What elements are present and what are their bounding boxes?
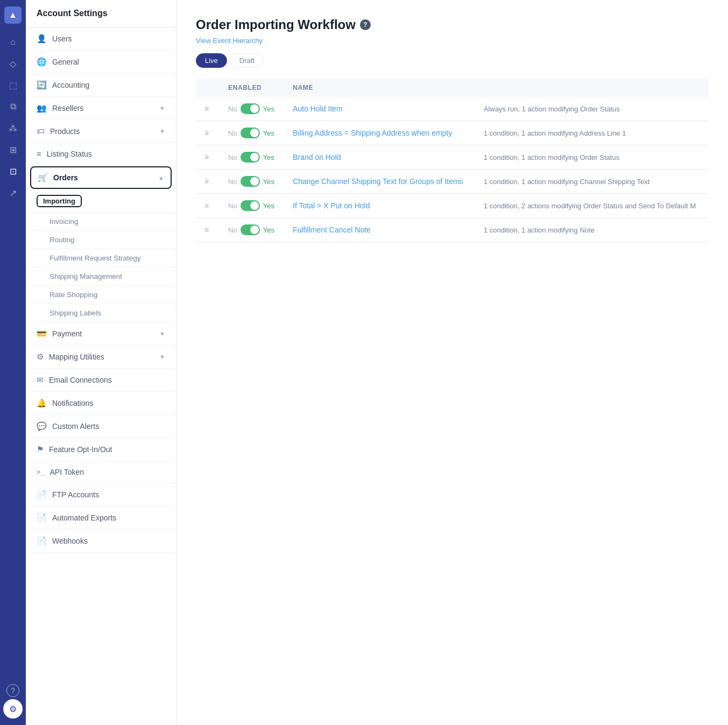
sidebar-sub-item-invoicing[interactable]: Invoicing [26,213,176,231]
sidebar-item-general[interactable]: 🌐 General [26,51,176,74]
workflow-name-link[interactable]: If Total > X Put on Hold [293,201,370,210]
description-cell-0: Always run, 1 action modifying Order Sta… [475,97,709,121]
sidebar-item-notifications[interactable]: 🔔 Notifications [26,392,176,415]
enabled-cell-3: No Yes [220,170,284,194]
toggle-switch[interactable] [241,200,260,211]
cart-icon[interactable]: ⊡ [3,161,23,181]
drag-handle-icon[interactable]: ≡ [204,129,209,137]
name-cell-2: Brand on Hold [284,145,475,170]
toggle-yes-label: Yes [263,105,274,113]
description-cell-5: 1 condition, 1 action modifying Note [475,218,709,242]
drag-handle-icon[interactable]: ≡ [204,177,209,186]
view-event-link[interactable]: View Event Hierarchy [196,37,709,45]
app-logo[interactable]: ▲ [4,6,22,24]
sidebar-item-webhooks[interactable]: 📄 Webhooks [26,530,176,553]
page-title-text: Order Importing Workflow [196,17,356,32]
name-cell-0: Auto Hold Item [284,97,475,121]
sidebar-label-notifications: Notifications [52,399,165,407]
mapping-sidebar-icon: ⚙ [37,352,44,362]
fulfillment-request-label: Fulfillment Request Strategy [50,254,141,262]
products-sidebar-icon: 🏷 [37,126,45,136]
sidebar-item-custom-alerts[interactable]: 💬 Custom Alerts [26,415,176,438]
toggle-no-label: No [228,105,237,113]
payment-sidebar-icon: 💳 [37,329,47,339]
sidebar-item-products[interactable]: 🏷 Products ▼ [26,120,176,143]
sidebar-item-mapping-utilities[interactable]: ⚙ Mapping Utilities ▼ [26,346,176,369]
toggle-no-label: No [228,226,237,234]
icon-sidebar: ▲ ⌂ ◇ ⬚ ⧉ ⁂ ⊞ ⊡ ↗ ? ⚙ [0,0,26,725]
sidebar-sub-item-shipping-management[interactable]: Shipping Management [26,268,176,286]
sidebar-item-listing-status[interactable]: ≡ Listing Status [26,143,176,165]
automated-exports-sidebar-icon: 📄 [37,513,47,523]
sidebar-item-feature-opt[interactable]: ⚑ Feature Opt-In/Out [26,438,176,461]
drag-handle-cell: ≡ [196,218,220,242]
orders-chevron-icon: ▲ [158,174,164,181]
sidebar-label-listing-status: Listing Status [47,150,165,158]
users-icon[interactable]: ⁂ [3,118,23,138]
toggle-switch[interactable] [241,176,260,187]
drag-handle-cell: ≡ [196,170,220,194]
drag-handle-icon[interactable]: ≡ [204,226,209,234]
name-cell-3: Change Channel Shipping Text for Groups … [284,170,475,194]
sidebar-item-orders[interactable]: 🛒 Orders ▲ [30,166,172,189]
settings-sidebar: Account Settings 👤 Users 🌐 General 🔄 Acc… [26,0,176,725]
drag-handle-cell: ≡ [196,121,220,145]
workflow-name-link[interactable]: Change Channel Shipping Text for Groups … [293,177,463,186]
sidebar-item-accounting[interactable]: 🔄 Accounting [26,74,176,97]
table-row: ≡ No Yes Change Channel Shipping Text fo… [196,170,709,194]
content-area: Order Importing Workflow ? View Event Hi… [176,0,728,725]
description-cell-3: 1 condition, 1 action modifying Channel … [475,170,709,194]
toggle-switch[interactable] [241,103,260,114]
sidebar-item-ftp-accounts[interactable]: 📄 FTP Accounts [26,483,176,506]
drag-handle-cell: ≡ [196,97,220,121]
name-cell-5: Fulfillment Cancel Note [284,218,475,242]
sidebar-label-ftp: FTP Accounts [52,490,165,499]
toggle-switch[interactable] [241,152,260,163]
chart-icon[interactable]: ↗ [3,183,23,202]
tag-icon[interactable]: ◇ [3,54,23,73]
sidebar-sub-item-rate-shopping[interactable]: Rate Shopping [26,286,176,304]
inbox-icon[interactable]: ⬚ [3,75,23,95]
sidebar-content: 👤 Users 🌐 General 🔄 Accounting 👥 Reselle… [26,27,176,725]
sidebar-sub-item-routing[interactable]: Routing [26,231,176,249]
sidebar-sub-item-fulfillment-request[interactable]: Fulfillment Request Strategy [26,249,176,268]
copy-icon[interactable]: ⧉ [3,97,23,116]
sidebar-item-resellers[interactable]: 👥 Resellers ▼ [26,97,176,120]
workflow-description: 1 condition, 1 action modifying Order St… [484,153,619,161]
workflow-name-link[interactable]: Billing Address = Shipping Address when … [293,129,452,137]
general-sidebar-icon: 🌐 [37,57,47,67]
sidebar-sub-item-shipping-labels[interactable]: Shipping Labels [26,304,176,322]
description-cell-4: 1 condition, 2 actions modifying Order S… [475,194,709,218]
drag-handle-icon[interactable]: ≡ [204,153,209,161]
sidebar-item-payment[interactable]: 💳 Payment ▼ [26,322,176,346]
toggle-yes-label: Yes [263,226,274,234]
tab-live[interactable]: Live [196,53,227,68]
drag-handle-icon[interactable]: ≡ [204,104,209,113]
toggle-switch[interactable] [241,224,260,235]
listing-status-sidebar-icon: ≡ [37,149,41,158]
tab-draft[interactable]: Draft [230,53,264,68]
toggle-no-label: No [228,129,237,137]
shipping-management-label: Shipping Management [50,272,122,280]
workflow-name-link[interactable]: Brand on Hold [293,153,341,161]
sidebar-item-email-connections[interactable]: ✉ Email Connections [26,369,176,392]
settings-gear-icon[interactable]: ⚙ [3,699,23,719]
home-icon[interactable]: ⌂ [3,32,23,52]
sidebar-label-feature-opt: Feature Opt-In/Out [49,445,165,454]
sidebar-sub-item-importing[interactable]: Importing [26,190,176,213]
col-enabled-header: ENABLED [220,79,284,97]
sidebar-item-users[interactable]: 👤 Users [26,27,176,51]
sidebar-item-api-token[interactable]: >_ API Token [26,461,176,483]
grid-icon[interactable]: ⊞ [3,140,23,159]
help-bottom-icon[interactable]: ? [6,684,19,697]
resellers-sidebar-icon: 👥 [37,103,47,113]
help-icon[interactable]: ? [360,19,371,30]
workflow-description: 1 condition, 2 actions modifying Order S… [484,202,696,210]
drag-handle-icon[interactable]: ≡ [204,201,209,210]
workflow-name-link[interactable]: Fulfillment Cancel Note [293,226,371,234]
workflow-name-link[interactable]: Auto Hold Item [293,104,343,113]
sidebar-label-api-token: API Token [50,468,165,476]
workflow-description: 1 condition, 1 action modifying Address … [484,129,626,137]
toggle-switch[interactable] [241,128,260,138]
sidebar-item-automated-exports[interactable]: 📄 Automated Exports [26,506,176,530]
